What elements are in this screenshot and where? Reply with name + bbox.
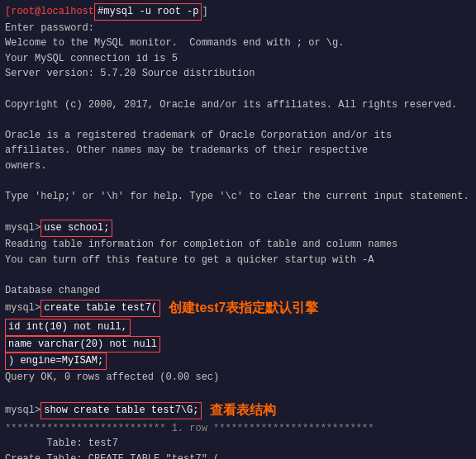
db-changed-line: Database changed xyxy=(5,283,471,299)
create-engine-cmd: ) engine=MyISAM; xyxy=(5,353,107,370)
welcome-line: Welcome to the MySQL monitor. Commands e… xyxy=(5,35,471,51)
create-table-label-line: Create Table: CREATE TABLE "test7" ( xyxy=(5,452,471,459)
blank-3 xyxy=(5,174,471,190)
create-table-cmd: create table test7( xyxy=(40,300,160,317)
prompt-root: [root@localhost xyxy=(5,4,94,20)
prompt-line-1: [root@localhost #mysql -u root -p ] xyxy=(5,3,471,21)
turn-off-line: You can turn off this feature to get a q… xyxy=(5,253,471,268)
blank-5 xyxy=(5,267,471,283)
blank-1 xyxy=(5,82,471,97)
table-label-line: Table: test7 xyxy=(5,436,471,452)
mysql-use-school-line: mysql> use school; xyxy=(5,220,471,237)
create-col2-cmd: name varchar(20) not null xyxy=(5,336,160,353)
use-school-cmd: use school; xyxy=(40,220,112,237)
copyright-line: Copyright (c) 2000, 2017, Oracle and/or … xyxy=(5,97,471,113)
connection-id-line: Your MySQL connection id is 5 xyxy=(5,51,471,67)
show-create-annotation: 查看表结构 xyxy=(210,400,276,421)
oracle-3: owners. xyxy=(5,159,471,174)
blank-6 xyxy=(5,385,471,400)
mysql-show-create-line: mysql> show create table test7\G; 查看表结构 xyxy=(5,400,471,421)
mysql-engine-line: ) engine=MyISAM; xyxy=(5,353,471,370)
mysql-col1-line: id int(10) not null, xyxy=(5,319,471,336)
oracle-1: Oracle is a registered trademark of Orac… xyxy=(5,128,471,144)
create-table-annotation: 创建test7表指定默认引擎 xyxy=(169,298,318,319)
create-col1-cmd: id int(10) not null, xyxy=(5,319,131,336)
query-ok-line: Query OK, 0 rows affected (0.00 sec) xyxy=(5,370,471,386)
show-create-cmd: show create table test7\G; xyxy=(40,402,202,419)
prompt-close: ] xyxy=(202,4,207,20)
blank-2 xyxy=(5,112,471,128)
mysql-create-line: mysql> create table test7( 创建test7表指定默认引… xyxy=(5,298,471,319)
oracle-2: affiliates. Other names may be trademark… xyxy=(5,143,471,159)
mysql-col2-line: name varchar(20) not null xyxy=(5,336,471,353)
terminal-window: [root@localhost #mysql -u root -p ] Ente… xyxy=(0,0,476,459)
enter-password-line: Enter password: xyxy=(5,21,471,36)
stars-line: *************************** 1. row *****… xyxy=(5,421,471,437)
blank-4 xyxy=(5,205,471,220)
reading-table-line: Reading table information for completion… xyxy=(5,237,471,253)
help-text-line: Type 'help;' or '\h' for help. Type '\c'… xyxy=(5,189,471,205)
server-version-line: Server version: 5.7.20 Source distributi… xyxy=(5,66,471,82)
mysql-prompt-2: mysql> xyxy=(5,300,40,316)
command-box-1: #mysql -u root -p xyxy=(94,3,202,21)
mysql-prompt-3: mysql> xyxy=(5,403,40,419)
mysql-prompt-1: mysql> xyxy=(5,220,40,236)
